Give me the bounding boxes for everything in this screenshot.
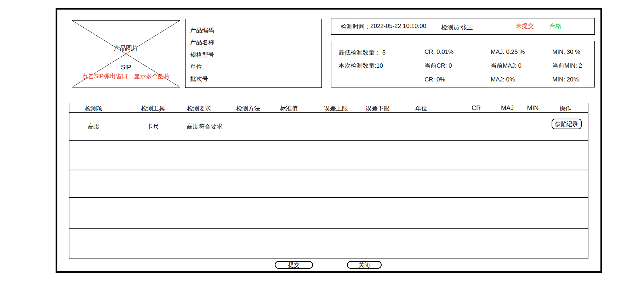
min-inspect-qty: 最低检测数量： 5 bbox=[338, 49, 386, 57]
min-limit: MIN: 30 % bbox=[552, 49, 580, 56]
defect-record-button[interactable]: 缺陷记录 bbox=[552, 119, 582, 129]
header-item: 检测项 bbox=[85, 104, 103, 113]
product-image-placeholder[interactable]: 产品图片 SIP 点击SIP弹出窗口，显示多个图片 bbox=[72, 20, 180, 87]
status-qualified: 合格 bbox=[549, 22, 562, 30]
stats-panel: 最低检测数量： 5 CR: 0.01% MAJ: 0.25 % MIN: 30 … bbox=[331, 41, 595, 87]
submit-button[interactable]: 提交 bbox=[275, 261, 313, 269]
maj-rate: MAJ: 0% bbox=[491, 76, 515, 83]
product-field-unit: 单位 bbox=[190, 63, 321, 71]
header-action: 操作 bbox=[559, 104, 571, 113]
table-row-empty bbox=[69, 141, 588, 170]
current-cr: 当前CR: 0 bbox=[424, 62, 452, 70]
header-tool: 检测工具 bbox=[141, 104, 165, 113]
header-requirement: 检测要求 bbox=[187, 104, 211, 113]
header-cr: CR bbox=[472, 104, 481, 112]
header-unit: 单位 bbox=[415, 104, 427, 113]
product-field-name: 产品名称 bbox=[190, 38, 321, 46]
inspection-info-bar: 检测时间： 2022-05-22 10:10:00 检测员:张三 未提交 合格 bbox=[331, 18, 595, 35]
maj-limit: MAJ: 0.25 % bbox=[491, 49, 525, 56]
current-maj: 当前MAJ: 0 bbox=[491, 62, 522, 70]
sip-hint: 点击SIP弹出窗口，显示多个图片 bbox=[72, 72, 180, 80]
product-info-panel: 产品编码 产品名称 规格型号 单位 批次号 bbox=[185, 19, 322, 88]
header-lower-limit: 误差下限 bbox=[366, 104, 390, 113]
inspector-name: 检测员:张三 bbox=[441, 23, 473, 32]
cell-requirement: 高度符合要求 bbox=[187, 123, 223, 131]
table-header: 检测项 检测工具 检测要求 检测方法 标准值 误差上限 误差下限 单位 CR M… bbox=[69, 103, 588, 113]
page: { "colors": { "alert_red": "#e8453c", "o… bbox=[0, 0, 644, 295]
table-row-empty bbox=[69, 229, 588, 259]
product-field-batch: 批次号 bbox=[190, 75, 321, 83]
cr-limit: CR: 0.01% bbox=[424, 49, 454, 56]
header-standard: 标准值 bbox=[280, 104, 298, 113]
inspection-time-value: 2022-05-22 10:10:00 bbox=[370, 23, 426, 30]
inspection-time-label: 检测时间： bbox=[341, 23, 371, 31]
close-button[interactable]: 关闭 bbox=[347, 261, 382, 269]
table-row-empty bbox=[69, 170, 588, 198]
current-inspect-qty: 本次检测数量:10 bbox=[338, 62, 383, 70]
window-frame: 产品图片 SIP 点击SIP弹出窗口，显示多个图片 产品编码 产品名称 规格型号… bbox=[56, 8, 602, 273]
product-image-label: 产品图片 bbox=[72, 44, 180, 52]
status-unsubmitted: 未提交 bbox=[516, 22, 534, 30]
product-field-spec: 规格型号 bbox=[190, 51, 321, 59]
header-min: MIN bbox=[527, 104, 539, 112]
table-row: 高度 卡尺 高度符合要求 缺陷记录 bbox=[69, 113, 588, 141]
header-upper-limit: 误差上限 bbox=[324, 104, 348, 113]
sip-label[interactable]: SIP bbox=[72, 64, 180, 71]
header-method: 检测方法 bbox=[236, 104, 260, 113]
header-maj: MAJ bbox=[501, 104, 514, 112]
product-field-code: 产品编码 bbox=[190, 26, 321, 34]
cell-item: 高度 bbox=[88, 123, 100, 131]
inspection-table: 检测项 检测工具 检测要求 检测方法 标准值 误差上限 误差下限 单位 CR M… bbox=[69, 103, 588, 259]
table-row-empty bbox=[69, 198, 588, 229]
cell-tool: 卡尺 bbox=[147, 123, 159, 131]
current-min: 当前MIN: 2 bbox=[552, 62, 582, 70]
cr-rate: CR: 0% bbox=[424, 76, 445, 83]
min-rate: MIN: 20% bbox=[552, 76, 579, 83]
